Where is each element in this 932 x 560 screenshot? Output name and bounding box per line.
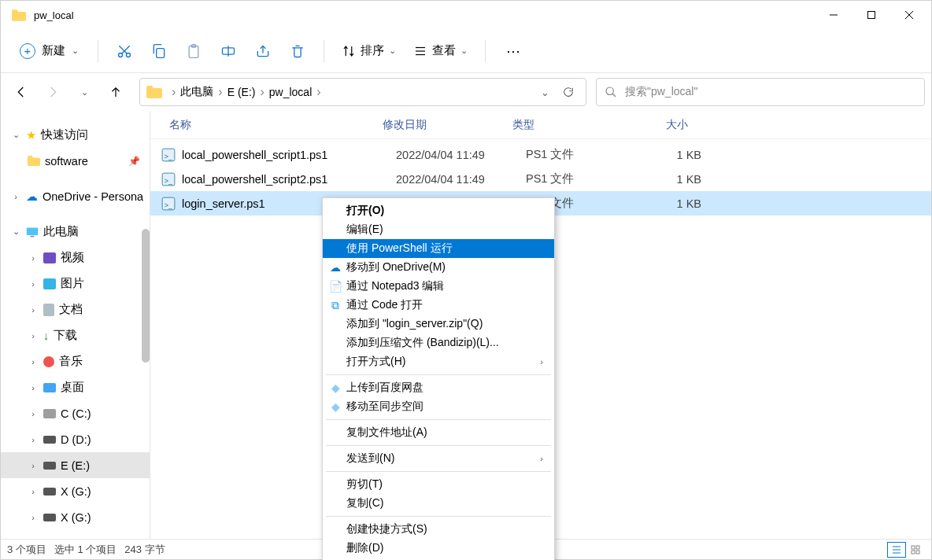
search-box[interactable]: 搜索"pw_local"	[596, 78, 925, 106]
col-date[interactable]: 修改日期	[383, 118, 512, 132]
sidebar-item-documents[interactable]: ›文档	[1, 297, 150, 322]
cm-cut[interactable]: 剪切(T)	[323, 475, 554, 494]
maximize-button[interactable]	[852, 1, 890, 29]
cm-add-bandizip[interactable]: 添加到压缩文件 (Bandizip)(L)...	[323, 333, 554, 352]
sidebar-item-label: 此电脑	[43, 224, 79, 239]
col-type[interactable]: 类型	[512, 118, 619, 132]
sidebar-item-xg1[interactable]: ›X (G:)	[1, 478, 150, 504]
cm-shortcut[interactable]: 创建快捷方式(S)	[323, 520, 554, 539]
copy-button[interactable]	[142, 35, 176, 68]
cm-delete[interactable]: 删除(D)	[323, 539, 554, 558]
svg-text:>_: >_	[165, 176, 173, 184]
large-icons-view-button[interactable]	[906, 542, 925, 558]
sidebar-item-pictures[interactable]: ›图片	[1, 271, 150, 297]
breadcrumb-item-folder[interactable]: pw_local	[266, 86, 315, 98]
forward-button[interactable]	[39, 78, 67, 106]
sidebar-item-e[interactable]: ›E (E:)	[1, 452, 150, 478]
svg-rect-1	[868, 12, 875, 19]
view-button[interactable]: 查看 ⌄	[405, 39, 475, 63]
folder-icon	[12, 9, 26, 21]
chevron-down-icon: ⌄	[10, 227, 21, 237]
sidebar-item-quick-access[interactable]: ⌄★快速访问	[1, 122, 150, 148]
sort-button[interactable]: 排序 ⌄	[334, 39, 404, 63]
up-button[interactable]	[102, 78, 130, 106]
file-size: 1 KB	[632, 173, 711, 186]
cm-add-zip[interactable]: 添加到 "login_server.zip"(Q)	[323, 315, 554, 333]
details-view-button[interactable]	[887, 542, 906, 558]
more-button[interactable]: ⋯	[495, 38, 531, 64]
sidebar-item-label: 图片	[61, 276, 84, 291]
breadcrumb-item-pc[interactable]: 此电脑	[177, 85, 216, 99]
document-icon	[43, 304, 54, 316]
chevron-right-icon: ›	[216, 85, 224, 99]
sidebar-item-this-pc[interactable]: ⌄此电脑	[1, 219, 150, 245]
sidebar-item-label: X (G:)	[61, 485, 91, 498]
chevron-right-icon: ›	[10, 192, 21, 201]
cut-button[interactable]	[108, 35, 141, 68]
ps1-file-icon: >_	[161, 172, 176, 186]
breadcrumb-item-e[interactable]: E (E:)	[224, 86, 259, 98]
baidu-icon: ◆	[329, 381, 342, 394]
address-bar[interactable]: › 此电脑 › E (E:) › pw_local › ⌄	[139, 78, 586, 106]
cm-label: 移动到 OneDrive(M)	[346, 260, 446, 274]
cm-run-powershell[interactable]: 使用 PowerShell 运行	[323, 239, 554, 258]
svg-text:>_: >_	[165, 201, 173, 208]
sidebar-item-downloads[interactable]: ›↓下载	[1, 322, 150, 348]
col-size[interactable]: 大小	[619, 118, 697, 132]
cm-move-onedrive[interactable]: ☁移动到 OneDrive(M)	[323, 258, 554, 277]
cm-copy-path[interactable]: 复制文件地址(A)	[323, 423, 554, 442]
cm-label: 上传到百度网盘	[346, 381, 423, 395]
sidebar-item-xg2[interactable]: ›X (G:)	[1, 504, 150, 530]
sidebar-item-videos[interactable]: ›视频	[1, 245, 150, 271]
sidebar-item-label: 快速访问	[41, 127, 88, 142]
new-button[interactable]: + 新建 ⌄	[10, 39, 88, 64]
picture-icon	[43, 278, 56, 289]
file-row[interactable]: >_ local_powershell_script2.ps1 2022/04/…	[150, 167, 931, 191]
delete-button[interactable]	[281, 35, 314, 68]
file-row[interactable]: >_ local_powershell_script1.ps1 2022/04/…	[150, 142, 931, 167]
cm-upload-baidu[interactable]: ◆上传到百度网盘	[323, 378, 554, 397]
sidebar-item-d[interactable]: ›D (D:)	[1, 426, 150, 452]
cm-notepad3[interactable]: 📄通过 Notepad3 编辑	[323, 277, 554, 296]
back-button[interactable]	[7, 78, 35, 106]
chevron-right-icon: ›	[28, 409, 39, 418]
cm-open-with[interactable]: 打开方式(H)›	[323, 352, 554, 371]
sidebar-item-c[interactable]: ›C (C:)	[1, 400, 150, 426]
sidebar-item-onedrive[interactable]: ›☁OneDrive - Persona	[1, 183, 150, 209]
cm-move-sync[interactable]: ◆移动至同步空间	[323, 397, 554, 416]
titlebar: pw_local	[1, 1, 931, 29]
cm-copy[interactable]: 复制(C)	[323, 494, 554, 513]
chevron-down-icon[interactable]: ⌄	[541, 87, 549, 98]
toolbar: + 新建 ⌄ 排序 ⌄ 查看 ⌄ ⋯	[1, 29, 931, 73]
paste-button[interactable]	[177, 35, 210, 68]
minimize-button[interactable]	[815, 1, 852, 29]
sidebar-item-music[interactable]: ›音乐	[1, 348, 150, 374]
notepad-icon: 📄	[329, 280, 342, 293]
sidebar-item-desktop[interactable]: ›桌面	[1, 374, 150, 400]
status-bytes: 243 字节	[124, 543, 165, 557]
sidebar: ⌄★快速访问 software📌 ›☁OneDrive - Persona ⌄此…	[1, 111, 150, 539]
col-name[interactable]: 名称	[150, 118, 383, 132]
desktop-icon	[43, 383, 56, 392]
cm-code[interactable]: ⧉通过 Code 打开	[323, 296, 554, 315]
sidebar-item-software[interactable]: software📌	[1, 148, 150, 174]
refresh-icon[interactable]	[562, 86, 575, 98]
recent-dropdown[interactable]: ⌄	[70, 78, 98, 106]
file-name: local_powershell_script2.ps1	[182, 173, 396, 186]
close-button[interactable]	[890, 1, 928, 29]
file-type: PS1 文件	[526, 147, 632, 162]
drive-icon	[43, 514, 56, 521]
svg-rect-8	[157, 48, 165, 57]
share-button[interactable]	[246, 35, 279, 68]
svg-text:>_: >_	[165, 152, 173, 160]
file-date: 2022/04/04 11:49	[396, 149, 526, 161]
scrollbar-thumb[interactable]	[142, 229, 150, 363]
column-headers[interactable]: 名称 修改日期 类型 大小	[150, 111, 931, 139]
chevron-right-icon: ›	[28, 461, 39, 470]
cm-send-to[interactable]: 发送到(N)›	[323, 449, 554, 468]
cm-edit[interactable]: 编辑(E)	[323, 220, 554, 239]
cm-open[interactable]: 打开(O)	[323, 201, 554, 220]
plus-icon: +	[20, 43, 35, 59]
chevron-down-icon: ⌄	[10, 130, 21, 140]
rename-button[interactable]	[212, 35, 245, 68]
